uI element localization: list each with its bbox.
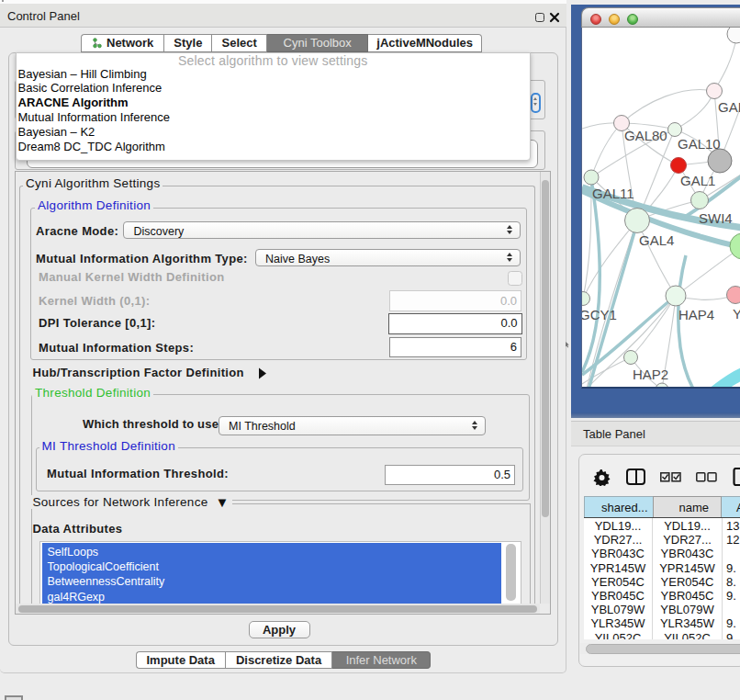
svg-text:GAL4: GAL4 <box>639 232 674 248</box>
svg-text:YJR048W: YJR048W <box>733 306 740 322</box>
svg-text:GAL1: GAL1 <box>680 173 715 188</box>
svg-text:GCY1: GCY1 <box>582 307 617 322</box>
svg-text:GAL11: GAL11 <box>592 186 634 201</box>
svg-text:GAL80: GAL80 <box>624 128 667 143</box>
svg-text:GAL10: GAL10 <box>678 136 721 152</box>
svg-text:GAL2: GAL2 <box>718 99 740 115</box>
svg-text:SWI4: SWI4 <box>699 210 733 226</box>
svg-text:HAP4: HAP4 <box>678 307 714 322</box>
svg-text:HAP2: HAP2 <box>633 367 668 382</box>
